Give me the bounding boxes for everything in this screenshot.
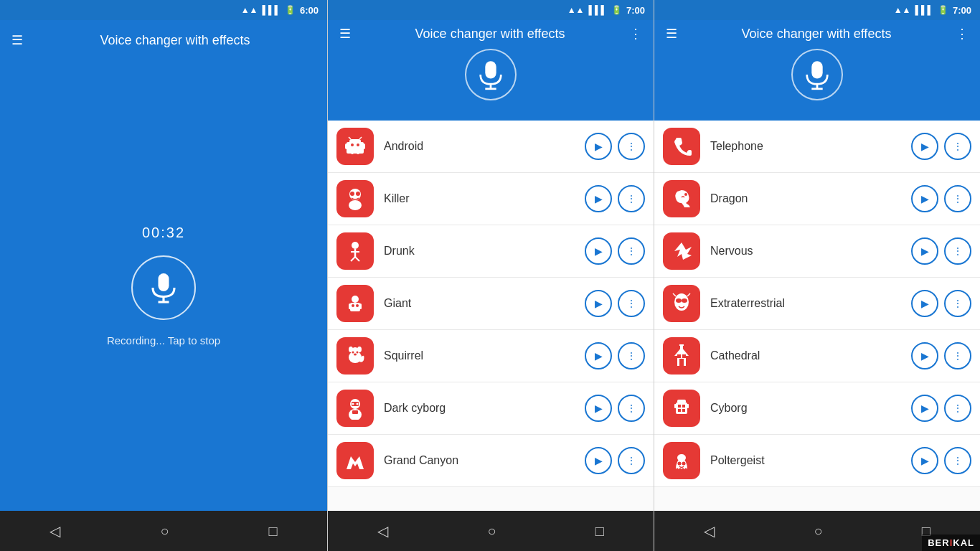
list-item: Cathedral ▶ ⋮	[654, 330, 980, 382]
more-icon-3[interactable]: ⋮	[956, 26, 969, 42]
nav-bar-1: ◁ ○ □	[0, 511, 327, 551]
play-btn-nervous[interactable]: ▶	[911, 237, 938, 265]
mic-icon-3	[801, 59, 833, 90]
svg-point-17	[349, 200, 362, 210]
play-btn-telephone[interactable]: ▶	[911, 133, 938, 160]
effect-name-android: Android	[384, 140, 575, 153]
recent-btn-1[interactable]: □	[268, 523, 277, 540]
menu-icon-2[interactable]: ☰	[339, 26, 351, 42]
status-bar-1: ▲▲ ▌▌▌ 🔋 6:00	[0, 0, 327, 20]
mic-button-container-3[interactable]	[791, 49, 843, 100]
svg-point-19	[356, 192, 360, 196]
effect-actions-cyborg: ▶ ⋮	[911, 395, 971, 422]
effect-actions-squirrel: ▶ ⋮	[585, 342, 645, 369]
squirrel-icon-circle	[336, 337, 374, 375]
killer-icon	[344, 187, 367, 210]
mic-outer-circle-2[interactable]	[465, 49, 517, 100]
home-btn-1[interactable]: ○	[160, 523, 169, 540]
poltergeist-icon	[670, 449, 693, 472]
home-btn-2[interactable]: ○	[487, 523, 496, 540]
more-btn-squirrel[interactable]: ⋮	[618, 342, 645, 369]
dragon-icon-circle	[663, 180, 700, 217]
play-btn-extraterrestrial[interactable]: ▶	[911, 290, 938, 317]
more-btn-dark-cyborg[interactable]: ⋮	[618, 395, 645, 422]
svg-point-28	[356, 304, 359, 307]
more-btn-grand-canyon[interactable]: ⋮	[618, 447, 645, 474]
svg-rect-67	[674, 404, 677, 408]
more-btn-cyborg[interactable]: ⋮	[944, 395, 971, 422]
dark-cyborg-icon-circle	[336, 390, 374, 427]
recording-screen[interactable]: 00:32 Recording... Tap to stop	[0, 60, 327, 511]
svg-point-37	[354, 354, 357, 356]
more-btn-giant[interactable]: ⋮	[618, 290, 645, 317]
mic-button[interactable]	[131, 255, 196, 320]
wifi-icon-1: ▲▲	[241, 5, 258, 15]
more-btn-telephone[interactable]: ⋮	[944, 133, 971, 160]
menu-icon-3[interactable]: ☰	[666, 26, 677, 42]
more-btn-poltergeist[interactable]: ⋮	[944, 447, 971, 474]
play-btn-grand-canyon[interactable]: ▶	[585, 447, 612, 474]
svg-rect-26	[350, 303, 360, 311]
recent-btn-2[interactable]: □	[595, 523, 604, 540]
giant-icon-circle	[336, 285, 374, 322]
wifi-icon-3: ▲▲	[894, 5, 911, 15]
svg-rect-30	[359, 303, 362, 309]
home-btn-3[interactable]: ○	[814, 523, 822, 540]
effect-actions-extraterrestrial: ▶ ⋮	[911, 290, 971, 317]
app-bar-row-2: ☰ Voice changer with effects ⋮	[339, 26, 642, 42]
back-btn-3[interactable]: ◁	[704, 522, 715, 540]
play-btn-cyborg[interactable]: ▶	[911, 395, 938, 422]
svg-point-36	[357, 352, 359, 354]
svg-point-8	[351, 143, 354, 146]
more-btn-dragon[interactable]: ⋮	[944, 185, 971, 212]
svg-rect-13	[357, 151, 359, 154]
more-btn-cathedral[interactable]: ⋮	[944, 342, 971, 369]
mic-button-container-2[interactable]	[465, 49, 517, 100]
play-btn-dark-cyborg[interactable]: ▶	[585, 395, 612, 422]
play-btn-poltergeist[interactable]: ▶	[911, 447, 938, 474]
play-btn-squirrel[interactable]: ▶	[585, 342, 612, 369]
back-btn-1[interactable]: ◁	[50, 522, 60, 540]
more-btn-nervous[interactable]: ⋮	[944, 237, 971, 265]
svg-point-9	[357, 143, 359, 146]
time-2: 7:00	[626, 5, 645, 16]
play-btn-dragon[interactable]: ▶	[911, 185, 938, 212]
app-bar-3: ☰ Voice changer with effects ⋮	[654, 20, 980, 121]
signal-icon-1: ▌▌▌	[262, 5, 281, 15]
more-btn-killer[interactable]: ⋮	[618, 185, 645, 212]
more-icon-2[interactable]: ⋮	[629, 26, 642, 42]
recording-label: Recording... Tap to stop	[107, 334, 220, 347]
more-btn-extraterrestrial[interactable]: ⋮	[944, 290, 971, 317]
effect-name-telephone: Telephone	[710, 140, 901, 153]
phone-2: ▲▲ ▌▌▌ 🔋 7:00 ☰ Voice changer with effec…	[327, 0, 654, 551]
menu-icon-1[interactable]: ☰	[11, 32, 23, 48]
svg-rect-3	[485, 61, 496, 78]
svg-rect-59	[679, 359, 684, 366]
more-btn-android[interactable]: ⋮	[618, 133, 645, 160]
play-btn-drunk[interactable]: ▶	[585, 237, 612, 265]
effects-list-2: Android ▶ ⋮ Killer ▶ ⋮	[328, 121, 654, 511]
grand-canyon-icon-circle	[336, 442, 374, 479]
play-btn-giant[interactable]: ▶	[585, 290, 612, 317]
effect-actions-drunk: ▶ ⋮	[585, 237, 645, 265]
effect-actions-telephone: ▶ ⋮	[911, 133, 971, 160]
app-title-2: Voice changer with effects	[362, 27, 618, 42]
svg-rect-58	[679, 344, 684, 346]
svg-point-49	[684, 193, 687, 196]
play-btn-cathedral[interactable]: ▶	[911, 342, 938, 369]
list-item: Poltergeist ▶ ⋮	[654, 435, 980, 487]
more-btn-drunk[interactable]: ⋮	[618, 237, 645, 265]
app-title-1: Voice changer with effects	[34, 33, 316, 48]
list-item: Killer ▶ ⋮	[328, 173, 654, 225]
signal-icon-3: ▌▌▌	[915, 5, 933, 15]
squirrel-icon	[344, 344, 367, 367]
list-item: Giant ▶ ⋮	[328, 278, 654, 330]
play-btn-android[interactable]: ▶	[585, 133, 612, 160]
svg-point-33	[349, 347, 353, 352]
drunk-icon	[344, 240, 367, 263]
back-btn-2[interactable]: ◁	[377, 522, 388, 540]
watermark: BERIKAL	[922, 534, 980, 551]
play-btn-killer[interactable]: ▶	[585, 185, 612, 212]
mic-outer-circle-3[interactable]	[791, 49, 843, 100]
drunk-icon-circle	[336, 232, 374, 270]
